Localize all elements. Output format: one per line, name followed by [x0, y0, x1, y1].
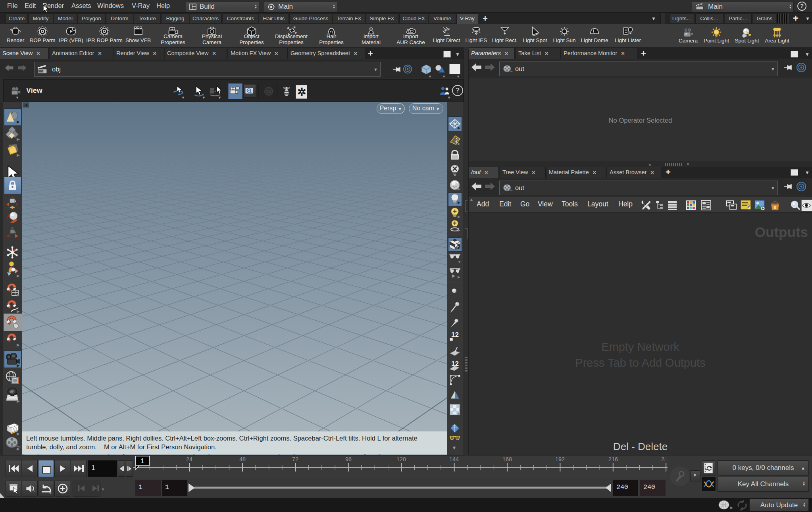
svg-text:120: 120	[10, 391, 13, 393]
